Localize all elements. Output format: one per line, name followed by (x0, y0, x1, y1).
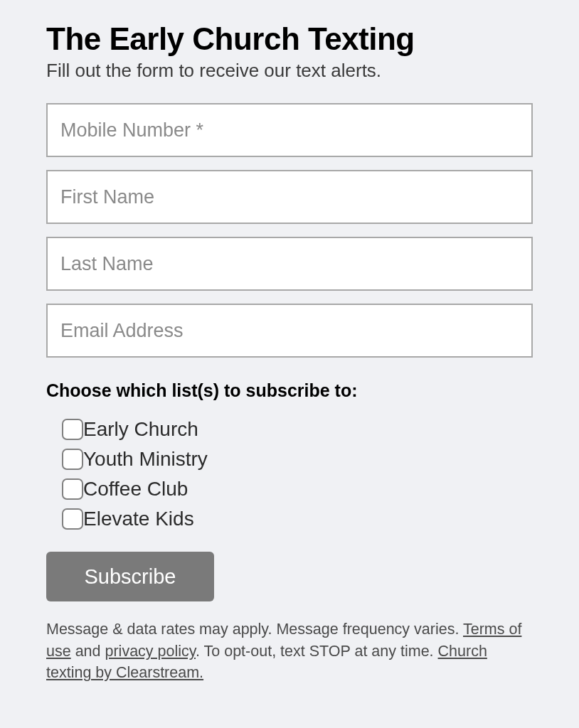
checkbox-label[interactable]: Early Church (83, 418, 198, 441)
checkbox-label[interactable]: Coffee Club (83, 478, 188, 500)
checkbox-label[interactable]: Youth Ministry (83, 448, 208, 471)
checkbox-coffee-club[interactable] (62, 478, 83, 500)
email-input[interactable] (46, 304, 533, 358)
mobile-number-input[interactable] (46, 103, 533, 157)
checkbox-label[interactable]: Elevate Kids (83, 508, 194, 530)
privacy-policy-link[interactable]: privacy policy (105, 643, 196, 660)
list-item: Youth Ministry (62, 448, 533, 471)
list-item: Coffee Club (62, 478, 533, 500)
checkbox-early-church[interactable] (62, 419, 83, 440)
first-name-input[interactable] (46, 170, 533, 224)
form-subtitle: Fill out the form to receive our text al… (46, 60, 533, 82)
disclaimer-text: Message & data rates may apply. Message … (46, 619, 533, 684)
disclaimer-part1: Message & data rates may apply. Message … (46, 621, 463, 638)
subscribe-lists-heading: Choose which list(s) to subscribe to: (46, 380, 533, 401)
subscribe-lists-group: Early Church Youth Ministry Coffee Club … (46, 418, 533, 530)
list-item: Elevate Kids (62, 508, 533, 530)
subscribe-button[interactable]: Subscribe (46, 552, 214, 601)
form-title: The Early Church Texting (46, 21, 533, 57)
checkbox-elevate-kids[interactable] (62, 508, 83, 530)
disclaimer-part3: . To opt-out, text STOP at any time. (196, 643, 438, 660)
last-name-input[interactable] (46, 237, 533, 291)
list-item: Early Church (62, 418, 533, 441)
disclaimer-part2: and (71, 643, 105, 660)
checkbox-youth-ministry[interactable] (62, 449, 83, 470)
